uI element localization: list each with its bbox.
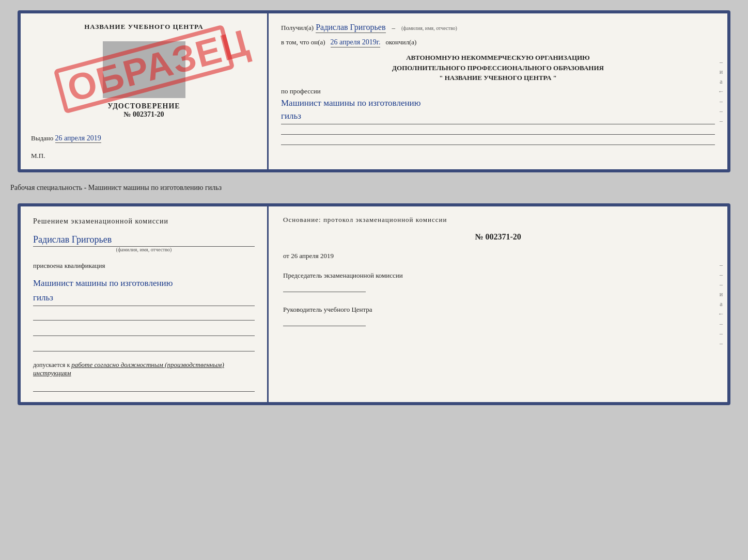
bottom-underline2 [33,327,255,336]
vtom-date: 26 апреля 2019г. [331,38,381,47]
right-marks: – и а ← – – – [718,13,724,169]
fio-label-top: (фамилия, имя, отчество) [401,25,457,31]
underline2 [281,136,715,145]
bottom-right-panel: Основание: протокол экзаменационной коми… [269,206,727,402]
photo-placeholder [103,41,185,98]
po-professii-label: по профессии [281,87,715,95]
top-right-panel: Получил(а) Радислав Григорьев – (фамилия… [269,13,727,169]
org-line1: АВТОНОМНУЮ НЕКОММЕРЧЕСКУЮ ОРГАНИЗАЦИЮ [281,53,715,63]
rukovoditel-block: Руководитель учебного Центра [283,306,713,326]
protocol-date: 26 апреля 2019 [291,252,334,260]
predsedatel-block: Председатель экзаменационной комиссии [283,271,713,292]
recipient-name: Радислав Григорьев [316,23,385,33]
school-name-title: НАЗВАНИЕ УЧЕБНОГО ЦЕНТРА [31,23,257,31]
fio-label-bottom: (фамилия, имя, отчество) [33,247,255,252]
top-left-panel: НАЗВАНИЕ УЧЕБНОГО ЦЕНТРА УДОСТОВЕРЕНИЕ №… [21,13,269,169]
dopuskaetsya-block: допускается к работе согласно должностны… [33,361,255,377]
okonchil-label: окончил(а) [385,38,416,46]
qual-line2: гильз [33,291,255,306]
bottom-underline3 [33,342,255,351]
date-line: от 26 апреля 2019 [283,252,713,260]
poluchil-label: Получил(а) [281,24,314,32]
osnov-title: Основание: протокол экзаменационной коми… [283,216,713,224]
vydano-line: Выдано 26 апреля 2019 [31,129,257,142]
underline1 [281,125,715,135]
cert-number: № 002371-20 [123,110,164,119]
bottom-underline4 [33,382,255,392]
vtom-prefix: в том, что он(а) [281,38,325,46]
poluchil-row: Получил(а) Радислав Григорьев – (фамилия… [281,23,715,33]
bottom-underline1 [33,311,255,321]
rukovoditel-label: Руководитель учебного Центра [283,306,713,314]
ot-prefix: от [283,252,289,260]
prisvoena-label: присвоена квалификация [33,262,255,270]
bottom-left-panel: Решением экзаменационной комиссии Радисл… [21,206,269,402]
name-block: Радислав Григорьев (фамилия, имя, отчест… [33,234,255,252]
org-line2: ДОПОЛНИТЕЛЬНОГО ПРОФЕССИОНАЛЬНОГО ОБРАЗО… [281,63,715,73]
recipient-name-bottom: Радислав Григорьев [33,234,255,247]
specialty-separator: Рабочая специальность - Машинист машины … [10,182,738,194]
vydano-date: 26 апреля 2019 [55,134,101,143]
dopuskaetsya-prefix: допускается к [33,361,70,369]
vtom-row: в том, что он(а) 26 апреля 2019г. окончи… [281,38,715,47]
mp-line: М.П. [31,152,257,160]
predsedatel-label: Председатель экзаменационной комиссии [283,271,713,280]
qualification-text: Машинист машины по изготовлению гильз [33,276,255,306]
komissia-title: Решением экзаменационной комиссии [33,216,255,227]
rukovoditel-signature-line [283,316,366,326]
cert-label: УДОСТОВЕРЕНИЕ [107,102,180,110]
protocol-number: № 002371-20 [283,232,713,242]
qual-line1: Машинист машины по изготовлению [33,276,255,290]
org-block: АВТОНОМНУЮ НЕКОММЕРЧЕСКУЮ ОРГАНИЗАЦИЮ ДО… [281,53,715,83]
predsedatel-signature-line [283,282,366,292]
bottom-right-marks: – – – и а ← – – – [718,206,724,402]
stamp-area: УДОСТОВЕРЕНИЕ № 002371-20 ОБРАЗЕЦ [31,41,257,124]
bottom-certificate: Решением экзаменационной комиссии Радисл… [18,203,730,405]
profession-line1: Машинист машины по изготовлению [281,97,715,110]
profession-line2: гильз [281,109,715,124]
org-line3: " НАЗВАНИЕ УЧЕБНОГО ЦЕНТРА " [281,73,715,83]
top-certificate: НАЗВАНИЕ УЧЕБНОГО ЦЕНТРА УДОСТОВЕРЕНИЕ №… [18,10,730,172]
profession-text: Машинист машины по изготовлению гильз [281,97,715,124]
